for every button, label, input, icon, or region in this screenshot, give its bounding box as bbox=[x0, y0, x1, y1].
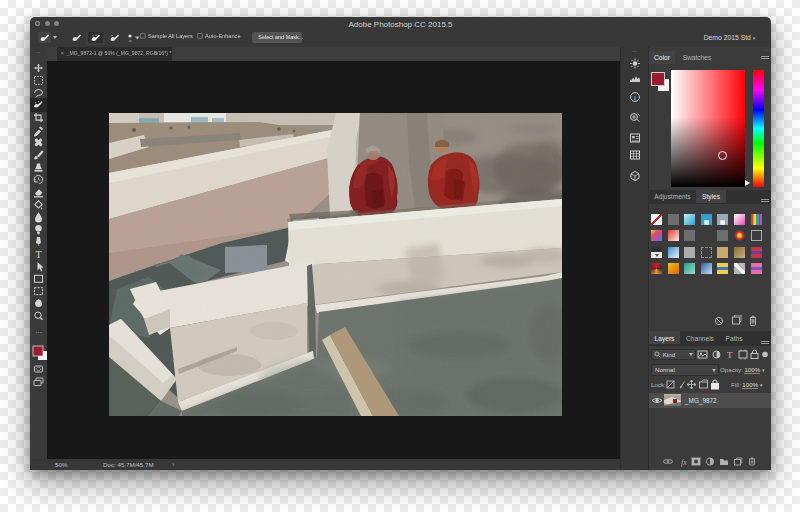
svg-text:⋯: ⋯ bbox=[35, 329, 42, 336]
svg-text:fx: fx bbox=[681, 458, 687, 467]
svg-text:T: T bbox=[727, 350, 733, 360]
svg-text:i: i bbox=[634, 94, 636, 102]
svg-text:․․: ․․ bbox=[632, 47, 637, 53]
svg-text:T: T bbox=[35, 249, 41, 260]
svg-text:․․: ․․ bbox=[36, 47, 41, 54]
